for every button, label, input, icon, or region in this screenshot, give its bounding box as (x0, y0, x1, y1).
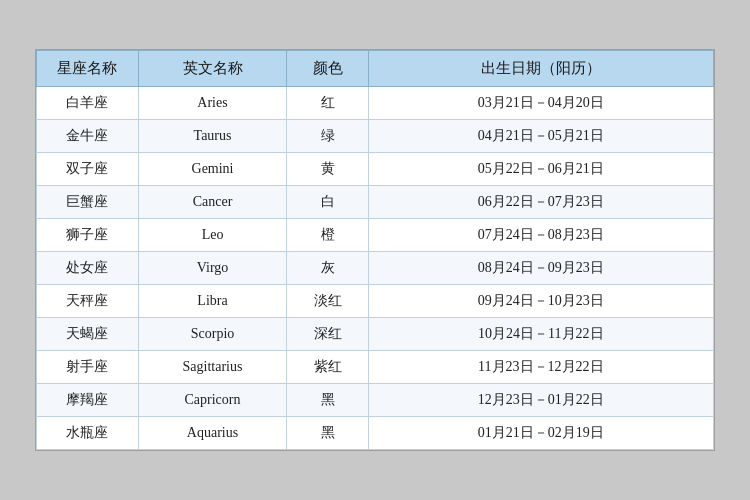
header-color: 颜色 (287, 51, 368, 87)
cell-color: 橙 (287, 219, 368, 252)
cell-color: 淡红 (287, 285, 368, 318)
cell-en-name: Cancer (138, 186, 287, 219)
cell-zh-name: 天蝎座 (37, 318, 139, 351)
cell-color: 绿 (287, 120, 368, 153)
cell-en-name: Scorpio (138, 318, 287, 351)
cell-date: 12月23日－01月22日 (368, 384, 713, 417)
table-row: 天蝎座Scorpio深红10月24日－11月22日 (37, 318, 714, 351)
cell-zh-name: 狮子座 (37, 219, 139, 252)
cell-en-name: Aquarius (138, 417, 287, 450)
cell-en-name: Taurus (138, 120, 287, 153)
cell-date: 05月22日－06月21日 (368, 153, 713, 186)
table-row: 狮子座Leo橙07月24日－08月23日 (37, 219, 714, 252)
cell-color: 红 (287, 87, 368, 120)
cell-en-name: Sagittarius (138, 351, 287, 384)
cell-en-name: Virgo (138, 252, 287, 285)
cell-zh-name: 白羊座 (37, 87, 139, 120)
cell-date: 03月21日－04月20日 (368, 87, 713, 120)
table-row: 天秤座Libra淡红09月24日－10月23日 (37, 285, 714, 318)
cell-zh-name: 双子座 (37, 153, 139, 186)
table-row: 射手座Sagittarius紫红11月23日－12月22日 (37, 351, 714, 384)
table-row: 双子座Gemini黄05月22日－06月21日 (37, 153, 714, 186)
table-header-row: 星座名称 英文名称 颜色 出生日期（阳历） (37, 51, 714, 87)
cell-color: 深红 (287, 318, 368, 351)
table-body: 白羊座Aries红03月21日－04月20日金牛座Taurus绿04月21日－0… (37, 87, 714, 450)
cell-en-name: Aries (138, 87, 287, 120)
cell-date: 06月22日－07月23日 (368, 186, 713, 219)
cell-color: 白 (287, 186, 368, 219)
cell-zh-name: 射手座 (37, 351, 139, 384)
header-zh-name: 星座名称 (37, 51, 139, 87)
cell-date: 11月23日－12月22日 (368, 351, 713, 384)
cell-color: 黄 (287, 153, 368, 186)
cell-date: 09月24日－10月23日 (368, 285, 713, 318)
cell-date: 04月21日－05月21日 (368, 120, 713, 153)
cell-date: 07月24日－08月23日 (368, 219, 713, 252)
cell-color: 黑 (287, 384, 368, 417)
cell-zh-name: 巨蟹座 (37, 186, 139, 219)
cell-color: 灰 (287, 252, 368, 285)
cell-zh-name: 金牛座 (37, 120, 139, 153)
cell-en-name: Capricorn (138, 384, 287, 417)
cell-zh-name: 摩羯座 (37, 384, 139, 417)
table-row: 水瓶座Aquarius黑01月21日－02月19日 (37, 417, 714, 450)
table-row: 金牛座Taurus绿04月21日－05月21日 (37, 120, 714, 153)
cell-zh-name: 天秤座 (37, 285, 139, 318)
cell-zh-name: 水瓶座 (37, 417, 139, 450)
cell-zh-name: 处女座 (37, 252, 139, 285)
zodiac-table: 星座名称 英文名称 颜色 出生日期（阳历） 白羊座Aries红03月21日－04… (36, 50, 714, 450)
table-row: 摩羯座Capricorn黑12月23日－01月22日 (37, 384, 714, 417)
table-row: 白羊座Aries红03月21日－04月20日 (37, 87, 714, 120)
zodiac-table-container: 星座名称 英文名称 颜色 出生日期（阳历） 白羊座Aries红03月21日－04… (35, 49, 715, 451)
cell-en-name: Leo (138, 219, 287, 252)
cell-en-name: Gemini (138, 153, 287, 186)
cell-color: 紫红 (287, 351, 368, 384)
cell-color: 黑 (287, 417, 368, 450)
cell-date: 10月24日－11月22日 (368, 318, 713, 351)
header-date: 出生日期（阳历） (368, 51, 713, 87)
header-en-name: 英文名称 (138, 51, 287, 87)
cell-date: 01月21日－02月19日 (368, 417, 713, 450)
table-row: 巨蟹座Cancer白06月22日－07月23日 (37, 186, 714, 219)
cell-date: 08月24日－09月23日 (368, 252, 713, 285)
table-row: 处女座Virgo灰08月24日－09月23日 (37, 252, 714, 285)
cell-en-name: Libra (138, 285, 287, 318)
